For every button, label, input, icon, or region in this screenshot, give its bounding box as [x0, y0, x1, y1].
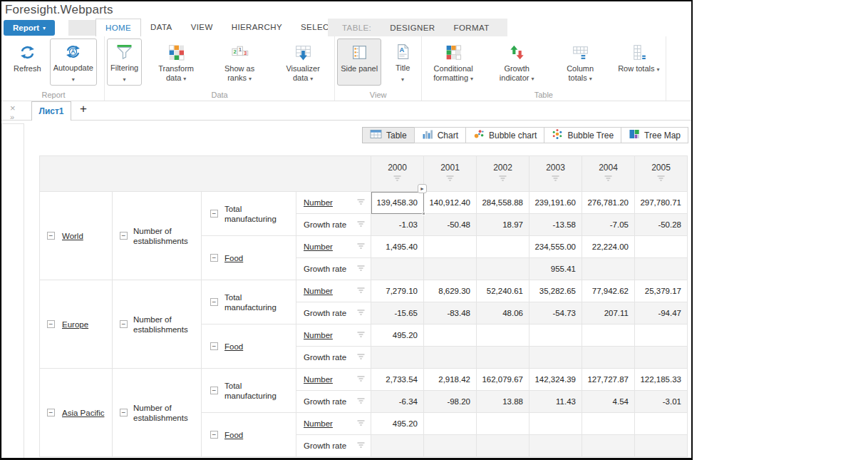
collapse-icon[interactable]: −: [210, 254, 218, 262]
data-cell[interactable]: [529, 324, 582, 347]
tab-view[interactable]: VIEW: [182, 19, 222, 37]
data-cell[interactable]: -15.65: [371, 302, 424, 324]
measure-label[interactable]: Number: [304, 198, 333, 207]
data-cell[interactable]: -94.47: [635, 302, 688, 324]
data-cell[interactable]: [635, 347, 688, 369]
view-switcher-bubble-chart[interactable]: Bubble chart: [465, 127, 544, 143]
ribbon-button-visualizer-data[interactable]: Visualizer data▾: [274, 39, 332, 86]
data-cell[interactable]: 234,555.00: [529, 236, 582, 258]
data-cell[interactable]: 48.06: [477, 302, 529, 324]
data-cell[interactable]: 7,279.10: [371, 280, 424, 302]
data-cell[interactable]: 8,629.30: [424, 280, 477, 302]
add-sheet-button[interactable]: +: [80, 102, 87, 116]
data-cell[interactable]: 955.41: [529, 258, 582, 280]
collapse-icon[interactable]: −: [120, 409, 128, 416]
data-cell[interactable]: 297,780.71: [635, 192, 688, 214]
row-filter-button[interactable]: [356, 265, 366, 274]
year-header-2000[interactable]: 2000: [371, 156, 424, 192]
sector-label[interactable]: Food: [224, 342, 243, 352]
region-label[interactable]: World: [62, 232, 83, 240]
collapse-icon[interactable]: −: [120, 232, 128, 240]
sheet-tab[interactable]: Лист1: [31, 101, 71, 121]
measure-label[interactable]: Number: [304, 287, 333, 295]
data-cell[interactable]: [477, 236, 529, 258]
selected-data-cell[interactable]: 139,458.30►: [371, 192, 424, 214]
data-cell[interactable]: -13.58: [529, 214, 582, 236]
collapse-icon[interactable]: −: [47, 320, 55, 328]
view-switcher-tree-map[interactable]: Tree Map: [621, 127, 688, 143]
column-filter-button[interactable]: [551, 175, 560, 185]
data-cell[interactable]: 11.43: [529, 391, 582, 413]
data-cell[interactable]: 207.11: [582, 302, 635, 324]
close-icon[interactable]: ×: [10, 103, 16, 113]
ribbon-button-growth-indicator[interactable]: Growth indicator▾: [487, 39, 546, 86]
data-cell[interactable]: [582, 258, 635, 280]
row-filter-button[interactable]: [356, 397, 366, 407]
data-cell[interactable]: -7.05: [582, 214, 635, 236]
data-cell[interactable]: [424, 236, 477, 258]
data-cell[interactable]: [635, 413, 688, 435]
sector-label[interactable]: Total manufacturing: [224, 292, 296, 312]
measure-label[interactable]: Growth rate: [304, 441, 346, 450]
contextual-tab-format[interactable]: FORMAT: [453, 24, 489, 32]
data-cell[interactable]: [477, 347, 529, 369]
row-filter-button[interactable]: [356, 331, 366, 340]
data-cell[interactable]: 122,185.33: [635, 369, 688, 391]
data-cell[interactable]: [477, 413, 529, 435]
data-cell[interactable]: 142,324.39: [529, 369, 582, 391]
data-cell[interactable]: [424, 435, 477, 457]
collapse-icon[interactable]: −: [120, 320, 128, 328]
sector-label[interactable]: Total manufacturing: [224, 381, 296, 401]
collapse-icon[interactable]: −: [210, 298, 218, 306]
row-filter-button[interactable]: [356, 198, 366, 208]
ribbon-button-show-as-ranks[interactable]: 213Show as ranks▾: [210, 39, 269, 86]
data-cell[interactable]: [582, 324, 635, 347]
measure-label[interactable]: Growth rate: [304, 397, 346, 406]
data-cell[interactable]: [635, 324, 688, 347]
measure-label[interactable]: Number: [304, 331, 333, 339]
data-cell[interactable]: -50.48: [424, 214, 477, 236]
measure-label[interactable]: Number: [304, 419, 333, 428]
data-cell[interactable]: -54.73: [529, 302, 582, 324]
sector-label[interactable]: Food: [224, 253, 243, 263]
ribbon-button-title[interactable]: ATitle▾: [386, 39, 419, 86]
year-header-2002[interactable]: 2002: [477, 156, 529, 192]
ribbon-button-conditional-formatting[interactable]: Conditional formatting▾: [424, 39, 482, 86]
row-filter-button[interactable]: [356, 353, 366, 362]
collapse-icon[interactable]: −: [210, 431, 218, 439]
data-cell[interactable]: [635, 435, 688, 457]
report-menu-button[interactable]: Report ▾: [4, 20, 55, 36]
region-label[interactable]: Asia Pacific: [62, 409, 104, 417]
view-switcher-chart[interactable]: Chart: [414, 127, 466, 143]
ribbon-button-row-totals[interactable]: Row totals▾: [614, 39, 663, 86]
measure-label[interactable]: Number: [304, 242, 333, 251]
ribbon-button-side-panel[interactable]: Side panel: [337, 39, 381, 86]
data-cell[interactable]: [424, 324, 477, 347]
year-header-2001[interactable]: 2001: [424, 156, 477, 192]
measure-label[interactable]: Growth rate: [304, 265, 346, 273]
column-filter-button[interactable]: [656, 175, 666, 185]
column-filter-button[interactable]: [445, 175, 455, 185]
region-label[interactable]: Europe: [62, 320, 88, 329]
data-cell[interactable]: 4.54: [582, 391, 635, 413]
data-cell[interactable]: [477, 258, 529, 280]
data-cell[interactable]: [529, 435, 582, 457]
data-cell[interactable]: [477, 324, 529, 347]
ribbon-button-column-totals[interactable]: Column totals▾: [551, 39, 609, 86]
data-cell[interactable]: [371, 347, 424, 369]
data-cell[interactable]: -98.20: [424, 391, 477, 413]
row-filter-button[interactable]: [356, 220, 366, 230]
data-cell[interactable]: 52,240.61: [477, 280, 529, 302]
data-cell[interactable]: 35,282.65: [529, 280, 582, 302]
data-cell[interactable]: [371, 435, 424, 457]
data-cell[interactable]: [424, 413, 477, 435]
data-cell[interactable]: 2,918.42: [424, 369, 477, 391]
selection-handle[interactable]: [422, 212, 425, 215]
measure-label[interactable]: Number: [304, 375, 333, 384]
data-cell[interactable]: -3.01: [635, 391, 688, 413]
row-filter-button[interactable]: [356, 419, 366, 429]
column-filter-button[interactable]: [604, 175, 613, 185]
collapse-icon[interactable]: −: [210, 210, 218, 218]
column-filter-button[interactable]: [393, 175, 402, 185]
sector-label[interactable]: Food: [224, 430, 243, 440]
